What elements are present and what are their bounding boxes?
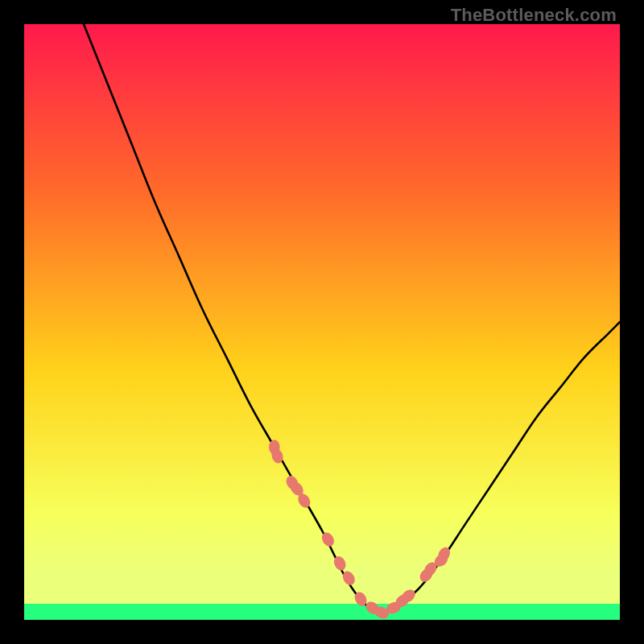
chart-frame (24, 24, 620, 620)
chart-svg (24, 24, 620, 620)
watermark-text: TheBottleneck.com (451, 5, 617, 26)
